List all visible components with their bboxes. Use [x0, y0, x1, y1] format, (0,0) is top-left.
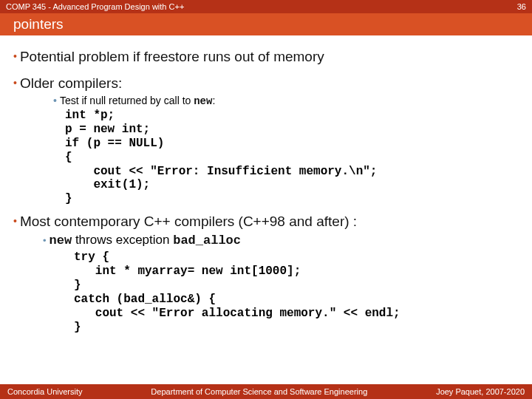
bullet-contemporary: •Most contemporary C++ compilers (C++98 …	[13, 214, 519, 230]
code-block-null-check: int *p; p = new int; if (p == NULL) { co…	[65, 109, 519, 206]
sub-bullet-dot-icon: •	[53, 95, 57, 106]
slide-title-bar: pointers	[0, 13, 532, 35]
bullet-problem: •Potential problem if freestore runs out…	[13, 49, 519, 65]
course-code: COMP 345 - Advanced Program Design with …	[6, 2, 184, 11]
bullet-dot-icon: •	[13, 50, 17, 62]
bullet-older: •Older compilers:	[13, 75, 519, 92]
bullet-dot-icon: •	[13, 77, 17, 89]
footer-right: Joey Paquet, 2007-2020	[436, 387, 525, 396]
bullet-older-text: Older compilers:	[20, 75, 122, 91]
footer-bar: Concordia University Department of Compu…	[0, 384, 532, 399]
sub-bullet-colon: :	[212, 95, 215, 106]
sub-bullet-throws: •new throws exception bad_alloc	[43, 233, 519, 248]
bullet-contemporary-text: Most contemporary C++ compilers (C++98 a…	[20, 214, 357, 229]
sub-bullet-test-null: •Test if null returned by call to new:	[53, 95, 519, 107]
keyword-bad-alloc: bad_alloc	[173, 233, 241, 248]
footer-center: Department of Computer Science and Softw…	[151, 387, 367, 396]
footer-left: Concordia University	[7, 387, 82, 396]
sub-bullet-prefix: Test if null returned by call to	[60, 95, 194, 106]
throws-text: throws exception	[72, 233, 173, 247]
slide-number: 36	[517, 2, 526, 11]
keyword-new: new	[194, 95, 212, 107]
sub-bullet-dot-icon: •	[43, 235, 47, 246]
slide-title: pointers	[13, 16, 64, 33]
bullet-problem-text: Potential problem if freestore runs out …	[20, 49, 324, 64]
bullet-dot-icon: •	[13, 215, 17, 227]
slide-content: •Potential problem if freestore runs out…	[0, 35, 532, 334]
header-bar: COMP 345 - Advanced Program Design with …	[0, 0, 532, 13]
code-block-try-catch: try { int * myarray= new int[1000]; } ca…	[74, 250, 519, 334]
keyword-new: new	[50, 233, 72, 248]
